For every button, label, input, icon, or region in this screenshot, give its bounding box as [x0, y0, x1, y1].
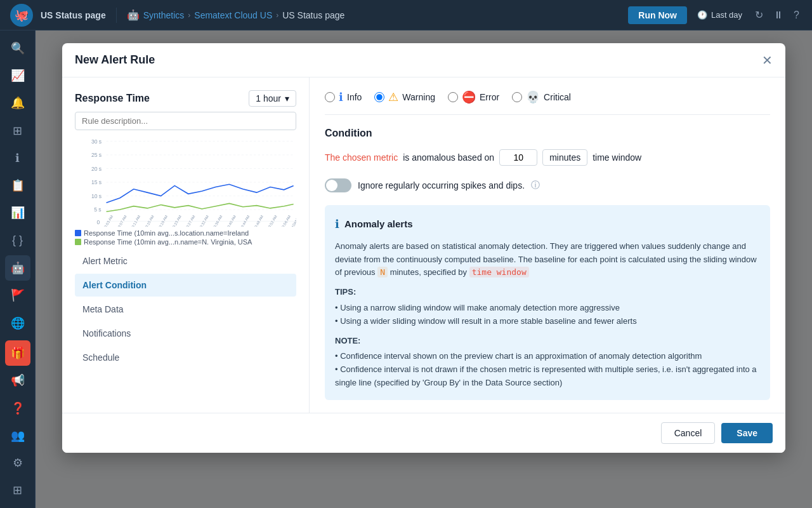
time-selector[interactable]: 1 hour ▾	[249, 90, 296, 107]
alert-label-critical: Critical	[544, 92, 571, 102]
svg-text:9:40 AM: 9:40 AM	[226, 215, 237, 227]
breadcrumb-sematext[interactable]: Sematext Cloud US	[194, 10, 272, 20]
legend-label-virginia: Response Time (10min avg...n.name=N. Vir…	[84, 238, 252, 246]
help2-icon: ❓	[11, 401, 25, 415]
modal-close-button[interactable]: ✕	[762, 54, 773, 67]
alert-label-info: Info	[347, 92, 362, 102]
svg-text:9:15 AM: 9:15 AM	[145, 215, 155, 227]
radio-info[interactable]	[325, 92, 335, 102]
step-alert-metric[interactable]: Alert Metric	[75, 250, 296, 272]
sidebar-item-apps[interactable]: ⊞	[5, 478, 30, 503]
sidebar-item-help[interactable]: ❓	[5, 396, 30, 420]
info-type-icon: ℹ	[339, 90, 343, 104]
sidebar-item-info[interactable]: ℹ	[5, 145, 30, 170]
critical-type-icon: 💀	[526, 90, 540, 104]
refresh-icon[interactable]: ↻	[752, 6, 766, 23]
sidebar-item-alerts[interactable]: 🔔	[5, 91, 30, 116]
time-selector-value: 1 hour	[256, 93, 281, 104]
search-icon: 🔍	[11, 41, 25, 55]
sidebar-item-speaker[interactable]: 📢	[5, 368, 30, 393]
sidebar-item-dashboard[interactable]: ⊞	[5, 118, 30, 143]
svg-text:9:44 AM: 9:44 AM	[240, 215, 251, 227]
help-icon[interactable]: ?	[791, 7, 802, 23]
svg-text:9:03 AM: 9:03 AM	[103, 215, 114, 227]
svg-text:9:19 AM: 9:19 AM	[158, 215, 168, 227]
sidebar-item-globe[interactable]: 🌐	[5, 311, 30, 335]
svg-text:5 s: 5 s	[94, 206, 102, 213]
info-icon: ℹ	[15, 151, 20, 165]
bell-icon: 🔔	[11, 96, 25, 110]
legend-color-ireland	[75, 230, 81, 236]
reports-icon: 📋	[11, 178, 25, 192]
sidebar-item-activity[interactable]: 📈	[5, 63, 30, 88]
save-button[interactable]: Save	[721, 423, 773, 443]
toggle-row: Ignore regularly occurring spikes and di…	[325, 178, 770, 192]
rule-description-input[interactable]	[75, 112, 296, 130]
sidebar-item-synthetics[interactable]: 🤖	[5, 255, 30, 280]
step-alert-metric-label: Alert Metric	[82, 256, 128, 266]
condition-unit: minutes	[542, 149, 587, 166]
app-logo: 🐙	[10, 4, 33, 27]
alert-label-error: Error	[480, 92, 499, 102]
toggle-info-icon[interactable]: ⓘ	[531, 180, 540, 191]
svg-text:20 s: 20 s	[91, 166, 102, 172]
breadcrumb-icon: 🤖	[127, 9, 140, 21]
time-label: Last day	[711, 10, 742, 20]
step-alert-condition[interactable]: Alert Condition	[75, 274, 296, 297]
sidebar-item-settings[interactable]: ⚙	[5, 450, 30, 475]
alert-type-critical[interactable]: 💀 Critical	[512, 90, 571, 104]
apps-icon: ⊞	[13, 483, 22, 497]
alert-type-error[interactable]: ⛔ Error	[448, 90, 499, 104]
condition-text-suffix: time window	[593, 152, 641, 163]
spikes-toggle[interactable]	[325, 178, 351, 192]
step-meta-data[interactable]: Meta Data	[75, 298, 296, 321]
cancel-button[interactable]: Cancel	[661, 422, 716, 444]
pause-icon[interactable]: ⏸	[771, 7, 786, 23]
note-1: • Confidence interval shown on the previ…	[335, 350, 760, 363]
note-2: • Confidence interval is not drawn if th…	[335, 363, 760, 390]
tips-title: TIPS:	[335, 286, 760, 299]
step-notifications[interactable]: Notifications	[75, 322, 296, 345]
condition-value-input[interactable]	[499, 149, 537, 166]
svg-text:9:56 AM: 9:56 AM	[281, 215, 291, 227]
radio-warning[interactable]	[374, 92, 384, 102]
sidebar-item-flags[interactable]: 🚩	[5, 283, 30, 308]
error-type-icon: ⛔	[462, 90, 476, 104]
chart-legend: Response Time (10min avg...s.location.na…	[75, 229, 296, 246]
response-time-chart: 30 s 25 s 20 s 15 s 10 s 5 s 0	[75, 138, 296, 227]
time-range[interactable]: 🕐 Last day	[692, 10, 747, 20]
sidebar-item-code[interactable]: { }	[5, 228, 30, 253]
modal-title: New Alert Rule	[75, 53, 155, 67]
settings-icon: ⚙	[13, 456, 23, 470]
svg-text:25 s: 25 s	[91, 152, 102, 158]
step-schedule[interactable]: Schedule	[75, 346, 296, 369]
run-now-button[interactable]: Run Now	[628, 6, 687, 24]
anomaly-body-text: Anomaly alerts are based on statistical …	[335, 240, 760, 279]
dashboard-icon: ⊞	[13, 124, 22, 138]
toggle-knob	[326, 180, 337, 191]
alert-steps: Alert Metric Alert Condition Meta Data N…	[75, 250, 296, 369]
sidebar-item-search[interactable]: 🔍	[5, 36, 30, 60]
svg-text:30 s: 30 s	[91, 138, 102, 145]
legend-item-virginia: Response Time (10min avg...n.name=N. Vir…	[75, 238, 296, 246]
info-box-icon: ℹ	[335, 215, 339, 234]
sidebar-item-chart[interactable]: 📊	[5, 201, 30, 225]
alert-type-warning[interactable]: ⚠ Warning	[374, 90, 435, 104]
tips-section: TIPS: • Using a narrow sliding window wi…	[335, 286, 760, 328]
sidebar-item-reports[interactable]: 📋	[5, 173, 30, 197]
alert-type-info[interactable]: ℹ Info	[325, 90, 362, 104]
speaker-icon: 📢	[11, 373, 25, 387]
radio-error[interactable]	[448, 92, 458, 102]
sidebar-item-team[interactable]: 👥	[5, 423, 30, 448]
chart-icon: 📊	[11, 206, 25, 220]
radio-critical[interactable]	[512, 92, 522, 102]
team-icon: 👥	[11, 429, 25, 443]
modal-footer: Cancel Save	[62, 413, 785, 453]
note-title: NOTE:	[335, 335, 760, 348]
svg-text:9:36 AM: 9:36 AM	[213, 215, 223, 227]
svg-text:9:23 AM: 9:23 AM	[172, 215, 182, 227]
breadcrumb-synthetics[interactable]: Synthetics	[143, 10, 185, 20]
toggle-label: Ignore regularly occurring spikes and di…	[358, 180, 525, 190]
activity-icon: 📈	[11, 69, 25, 83]
sidebar-item-gift[interactable]: 🎁	[5, 340, 30, 365]
